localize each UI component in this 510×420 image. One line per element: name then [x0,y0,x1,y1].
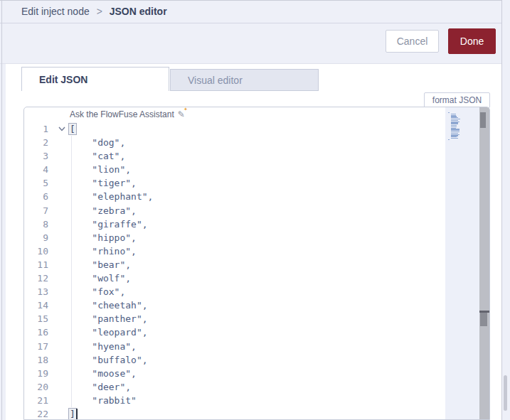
fold-gutter [55,136,70,149]
done-button[interactable]: Done [448,28,496,54]
code-line: 19 "moose", [24,367,445,380]
line-number: 3 [24,149,55,163]
line-number: 16 [24,325,55,339]
line-number: 15 [24,312,55,325]
code-lines: 1[2 "dog",3 "cat",4 "lion",5 "tiger",6 "… [24,122,445,420]
fold-gutter [55,271,70,285]
tab-visual-editor[interactable]: Visual editor [170,69,319,91]
fold-gutter [55,367,70,380]
code-text: "tiger", [70,176,445,190]
fold-gutter [55,204,70,217]
fold-gutter [55,190,70,203]
code-text: "deer", [70,380,445,394]
code-text: "rabbit" [70,394,445,407]
line-number: 12 [24,271,55,285]
code-line: 18 "buffalo", [24,353,445,367]
fold-gutter [55,380,70,394]
code-line: 11 "bear", [24,258,445,271]
code-line: 6 "elephant", [24,190,445,203]
code-line: 22] [24,407,445,420]
magic-pencil-icon: ✎✦ [178,109,185,119]
page-title: JSON editor [110,6,167,17]
breadcrumb-parent-link[interactable]: Edit inject node [21,6,90,17]
code-text: "lion", [70,163,445,176]
code-text: ] [70,407,445,420]
fold-gutter [55,407,70,420]
line-number: 17 [24,340,55,353]
line-number: 21 [24,394,55,407]
sparkle-icon: ✦ [184,107,188,112]
cancel-button[interactable]: Cancel [386,30,439,53]
editor-scrollbar [479,107,490,420]
page-scrollbar-track [502,0,510,420]
line-number: 14 [24,298,55,312]
json-code-editor[interactable]: 1[2 "dog",3 "cat",4 "lion",5 "tiger",6 "… [23,107,490,420]
code-text: "cat", [70,149,445,163]
line-number: 19 [24,367,55,380]
tray-left-border [1,0,2,420]
fold-gutter [55,258,70,271]
page-scrollbar-thumb[interactable] [504,375,507,411]
line-number: 22 [24,407,55,420]
code-line: 8 "giraffe", [24,217,445,231]
code-line: 16 "leopard", [24,325,445,339]
code-text: "hyena", [70,340,445,353]
code-text: "rhino", [70,244,445,258]
line-number: 2 [24,136,55,149]
code-text: "zebra", [70,204,445,217]
code-line: 5 "tiger", [24,176,445,190]
code-line: 10 "rhino", [24,244,445,258]
fold-gutter [55,163,70,176]
line-number: 10 [24,244,55,258]
line-number: 13 [24,285,55,298]
fold-gutter [55,312,70,325]
code-text: "panther", [70,312,445,325]
line-number: 4 [24,163,55,176]
code-text: "wolf", [70,271,445,285]
code-line: 21 "rabbit" [24,394,445,407]
assistant-hint-label: Ask the FlowFuse Assistant [70,109,174,119]
code-line: 7 "zebra", [24,204,445,217]
fold-gutter [55,149,70,163]
code-text: "dog", [70,136,445,149]
code-text: "leopard", [70,325,445,339]
line-number: 11 [24,258,55,271]
fold-gutter [55,244,70,258]
code-text: "hippo", [70,231,445,244]
assistant-hint[interactable]: Ask the FlowFuse Assistant✎✦ [70,109,185,122]
code-line: 3 "cat", [24,149,445,163]
line-number: 18 [24,353,55,367]
code-line: 20 "deer", [24,380,445,394]
line-number: 7 [24,204,55,217]
editor-scrollbar-thumb[interactable] [480,112,486,128]
line-number: 20 [24,380,55,394]
fold-gutter [55,325,70,339]
fold-gutter [55,217,70,231]
minimap-line-mark [448,139,450,140]
code-text: "fox", [70,285,445,298]
line-number: 5 [24,176,55,190]
fold-gutter [55,340,70,353]
fold-gutter [55,285,70,298]
line-number: 9 [24,231,55,244]
line-number: 1 [24,122,55,136]
code-text: "bear", [70,258,445,271]
fold-gutter [55,298,70,312]
tab-edit-json[interactable]: Edit JSON [21,67,169,91]
fold-chevron-down-icon[interactable] [55,122,70,136]
code-line: 4 "lion", [24,163,445,176]
minimap-line-mark [451,138,457,139]
line-number: 6 [24,190,55,203]
code-line: 15 "panther", [24,312,445,325]
format-json-button[interactable]: format JSON [424,92,490,108]
minimap[interactable] [445,107,479,420]
fold-gutter [55,231,70,244]
code-line: 17 "hyena", [24,340,445,353]
code-text: "cheetah", [70,298,445,312]
code-line: 9 "hippo", [24,231,445,244]
breadcrumb-separator: > [97,6,102,17]
overview-ruler-marker-block[interactable] [480,313,487,326]
code-text: "buffalo", [70,353,445,367]
breadcrumb: Edit inject node > JSON editor [0,0,510,23]
code-text: "moose", [70,367,445,380]
